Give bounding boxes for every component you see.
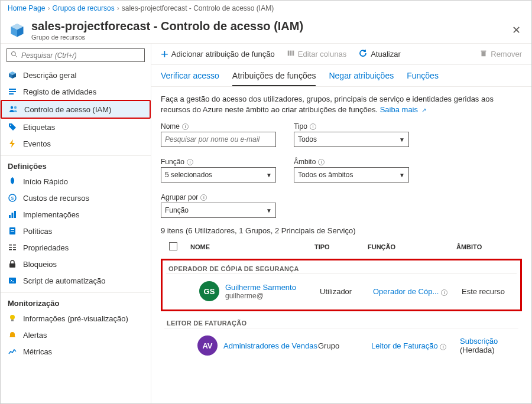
svg-rect-25	[13, 247, 16, 248]
filter-name-input[interactable]	[161, 132, 276, 147]
alert-icon	[8, 330, 17, 340]
info-icon[interactable]: i	[187, 159, 193, 165]
svg-rect-26	[9, 249, 12, 250]
sidebar-item-events[interactable]: Eventos	[1, 135, 151, 152]
sidebar-item-policies[interactable]: Políticas	[1, 223, 151, 239]
sidebar-item-automation[interactable]: Script de automatização	[1, 272, 151, 289]
trash-icon	[479, 49, 488, 59]
cell-type: Utilizador	[320, 287, 373, 296]
filters: Nomei Tipoi Todos▼ Funçãoi 5 selecionado…	[161, 122, 522, 218]
tab-roles[interactable]: Funções	[407, 71, 439, 86]
select-all-checkbox[interactable]	[169, 242, 177, 250]
col-header-type[interactable]: Tipo	[314, 243, 368, 250]
col-header-name[interactable]: Nome	[190, 243, 314, 250]
learn-more-link[interactable]: Saiba mais ↗	[380, 105, 426, 114]
filter-groupby-select[interactable]: Função▼	[161, 203, 276, 218]
add-role-assignment-button[interactable]: +Adicionar atribuição de função	[161, 50, 275, 58]
svg-rect-22	[9, 245, 12, 246]
sidebar-item-alerts[interactable]: Alertas	[1, 327, 151, 343]
tab-verify-access[interactable]: Verificar acesso	[161, 71, 219, 86]
tab-deny-assignments[interactable]: Negar atribuições	[329, 71, 394, 86]
filter-role-label: Função	[161, 158, 184, 166]
close-button[interactable]: ✕	[510, 21, 523, 39]
edit-columns-button[interactable]: Editar colunas	[287, 49, 346, 59]
svg-rect-10	[9, 93, 14, 95]
sidebar-search[interactable]: «	[7, 48, 145, 62]
col-header-role[interactable]: Função	[368, 243, 456, 250]
svg-point-12	[14, 106, 17, 109]
svg-rect-16	[9, 215, 11, 218]
svg-point-11	[11, 106, 13, 109]
svg-text:$: $	[11, 196, 14, 201]
group-title: LEITOR DE FATURAÇÃO	[164, 317, 518, 328]
table-row[interactable]: GS Guilherme Sarmento guilherme@ Utiliza…	[166, 278, 517, 305]
tab-role-assignments[interactable]: Atribuições de funções	[232, 71, 316, 86]
lightning-icon	[8, 139, 17, 148]
svg-rect-20	[11, 229, 14, 230]
svg-rect-31	[11, 320, 14, 321]
filter-scope-label: Âmbito	[294, 158, 316, 166]
cell-scope: Subscrição (Herdada)	[460, 337, 518, 354]
page-header: sales-projectforecast - Controlo de aces…	[1, 16, 531, 43]
table-row[interactable]: AV Administradores de Vendas Grupo Leito…	[164, 332, 518, 359]
info-icon[interactable]: i	[310, 123, 316, 130]
chevron-right-icon: ›	[47, 4, 50, 12]
sidebar: « Descrição geral Registo de atividades …	[1, 44, 151, 404]
svg-rect-18	[14, 211, 16, 218]
metrics-icon	[8, 347, 17, 356]
role-link[interactable]: Operador de Cóp...	[373, 287, 439, 296]
sidebar-item-properties[interactable]: Propriedades	[1, 239, 151, 256]
breadcrumb-current: sales-projectforecast - Controlo de aces…	[122, 4, 274, 12]
sidebar-item-metrics[interactable]: Métricas	[1, 343, 151, 360]
sidebar-item-insights[interactable]: Informações (pré-visualização)	[1, 310, 151, 327]
scope-link[interactable]: Subscrição	[460, 337, 498, 346]
info-icon[interactable]: i	[318, 159, 325, 165]
info-icon[interactable]: i	[441, 289, 447, 296]
sidebar-item-quickstart[interactable]: Início Rápido	[1, 173, 151, 190]
svg-rect-35	[482, 51, 486, 56]
search-icon	[11, 51, 18, 60]
role-link[interactable]: Leitor de Faturação	[371, 341, 438, 350]
chevron-down-icon: ▼	[399, 136, 405, 143]
user-name-link[interactable]: Guilherme Sarmento	[225, 283, 296, 292]
info-icon[interactable]: i	[182, 123, 189, 130]
search-input[interactable]	[21, 51, 141, 60]
avatar: AV	[197, 335, 218, 356]
user-email: guilherme@	[225, 292, 296, 300]
sidebar-item-overview[interactable]: Descrição geral	[1, 67, 151, 83]
breadcrumb-home[interactable]: Home Page	[8, 4, 45, 12]
col-header-scope[interactable]: Âmbito	[456, 243, 522, 250]
svg-rect-27	[13, 249, 16, 250]
filter-role-select[interactable]: 5 selecionados▼	[161, 167, 276, 183]
svg-rect-9	[9, 91, 16, 92]
script-icon	[8, 276, 17, 285]
group-title: OPERADOR DE CÓPIA DE SEGURANÇA	[166, 263, 517, 274]
rocket-icon	[8, 177, 17, 186]
filter-type-select[interactable]: Todos▼	[294, 132, 409, 147]
policy-icon	[8, 226, 17, 236]
plus-icon: +	[161, 50, 168, 58]
sidebar-section-monitoring: Monitorização	[1, 292, 151, 310]
svg-point-13	[10, 125, 11, 126]
chevron-down-icon: ▼	[399, 172, 405, 178]
info-icon[interactable]: i	[440, 344, 446, 350]
sidebar-item-activity-log[interactable]: Registo de atividades	[1, 83, 151, 100]
sidebar-item-costs[interactable]: $Custos de recursos	[1, 190, 151, 206]
breadcrumb-groups[interactable]: Grupos de recursos	[52, 4, 114, 12]
external-link-icon: ↗	[421, 107, 426, 113]
sidebar-item-locks[interactable]: Bloqueios	[1, 256, 151, 272]
sidebar-item-tags[interactable]: Etiquetas	[1, 119, 151, 135]
filter-scope-select[interactable]: Todos os âmbitos▼	[294, 167, 409, 183]
svg-rect-29	[9, 278, 16, 284]
sidebar-item-deployments[interactable]: Implementações	[1, 206, 151, 223]
info-icon[interactable]: i	[200, 194, 207, 201]
group-backup-operator: OPERADOR DE CÓPIA DE SEGURANÇA GS Guilhe…	[161, 259, 522, 311]
svg-line-4	[15, 56, 17, 57]
columns-icon	[287, 49, 295, 59]
refresh-button[interactable]: Atualizar	[358, 48, 401, 60]
group-name-link[interactable]: Administradores de Vendas	[223, 341, 317, 350]
filter-groupby-label: Agrupar por	[161, 193, 198, 201]
sidebar-item-iam[interactable]: Controlo de acesso (IAM)	[1, 100, 151, 119]
table-header: Nome Tipo Função Âmbito	[161, 239, 522, 255]
remove-button[interactable]: Remover	[479, 49, 522, 59]
